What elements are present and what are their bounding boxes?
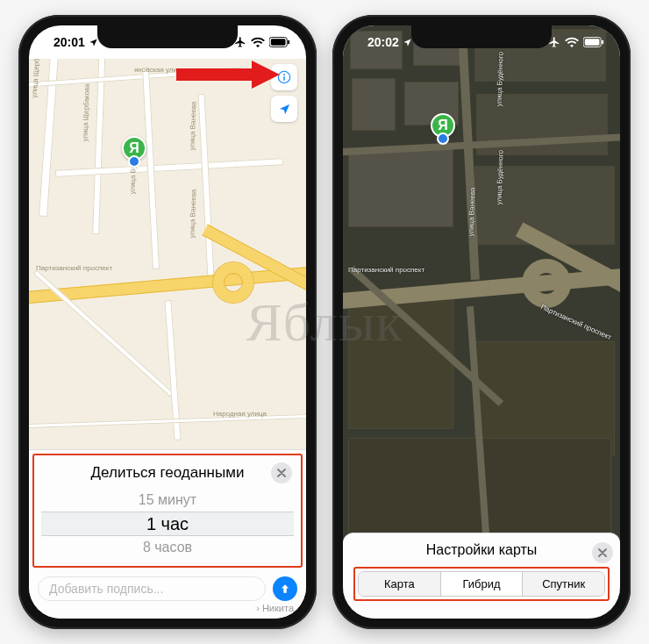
- sheet-title: Настройки карты: [426, 542, 538, 558]
- battery-icon: [269, 37, 290, 47]
- phone-right-screen: 20:02: [343, 25, 620, 619]
- svg-rect-9: [585, 39, 600, 45]
- location-arrow-icon: [89, 38, 98, 47]
- send-button[interactable]: [273, 576, 297, 601]
- user-location-pin[interactable]: Я: [431, 113, 455, 138]
- wifi-icon: [251, 37, 265, 47]
- close-icon: [598, 548, 607, 557]
- arrow-up-icon: [279, 583, 291, 595]
- street-label: улица Щербакова: [82, 83, 91, 141]
- picker-option[interactable]: 15 минут: [41, 489, 294, 512]
- street-label: Партизанский проспект: [348, 266, 424, 274]
- segment-map[interactable]: Карта: [359, 572, 440, 596]
- location-arrow-icon: [403, 38, 412, 47]
- user-location-pin[interactable]: Я: [122, 136, 146, 161]
- phone-left-frame: 20:01: [18, 15, 317, 629]
- notch: [97, 25, 238, 48]
- segment-satellite[interactable]: Спутник: [522, 572, 604, 596]
- wifi-icon: [565, 37, 579, 47]
- street-label: улица Щербакова: [31, 59, 43, 98]
- battery-icon: [583, 37, 604, 47]
- annotation-arrow: [176, 59, 282, 92]
- map-canvas-standard[interactable]: улица Щербакова улица Щербакова яновская…: [29, 59, 306, 449]
- phone-right-frame: 20:02: [332, 15, 631, 629]
- notch: [411, 25, 552, 48]
- caption-input[interactable]: Добавить подпись...: [38, 576, 266, 601]
- svg-rect-1: [271, 39, 286, 45]
- sheet-title: Делиться геоданными: [91, 464, 245, 482]
- close-button[interactable]: [271, 462, 292, 483]
- close-icon: [277, 469, 286, 477]
- street-label: Партизанский проспект: [36, 264, 112, 272]
- street-label: Партизанский проспект: [539, 303, 612, 341]
- status-time: 20:02: [367, 35, 399, 49]
- svg-rect-5: [283, 76, 284, 81]
- recipient-line: › Никита: [29, 603, 306, 619]
- picker-option[interactable]: 8 часов: [41, 536, 294, 559]
- location-arrow-icon: [278, 103, 291, 116]
- street-label: улица Ванеева: [189, 189, 198, 238]
- svg-rect-2: [288, 40, 289, 45]
- svg-rect-10: [602, 40, 603, 45]
- street-label: Народная улица: [213, 410, 267, 418]
- locate-me-button[interactable]: [271, 96, 297, 122]
- segment-hybrid[interactable]: Гибрид: [440, 572, 523, 596]
- map-canvas-hybrid[interactable]: улица Будённого улица Будённого улица Ва…: [343, 25, 620, 619]
- map-settings-sheet: Настройки карты Карта Гибрид Спутник: [343, 533, 620, 619]
- map-type-segmented[interactable]: Карта Гибрид Спутник: [358, 571, 605, 597]
- share-location-sheet: Делиться геоданными 15 минут 1 час 8 час…: [29, 449, 306, 619]
- phone-left-screen: 20:01: [29, 25, 306, 619]
- close-button[interactable]: [592, 542, 613, 563]
- street-label: улица Ванеева: [189, 101, 198, 150]
- svg-point-4: [283, 74, 285, 75]
- picker-option-selected[interactable]: 1 час: [41, 512, 294, 536]
- duration-picker[interactable]: 15 минут 1 час 8 часов: [41, 489, 294, 559]
- status-time: 20:01: [53, 35, 85, 49]
- svg-marker-7: [252, 61, 280, 89]
